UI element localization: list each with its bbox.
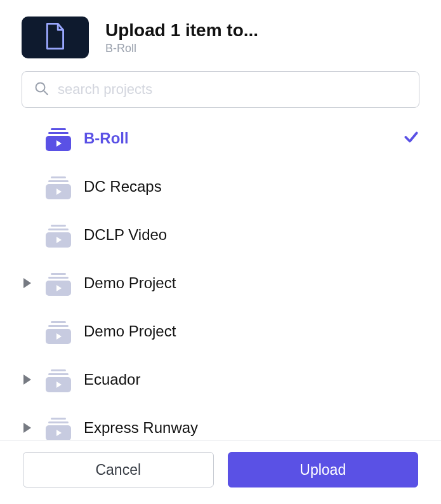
project-icon (46, 319, 71, 344)
project-row[interactable]: Demo Project (22, 259, 419, 307)
project-icon (46, 174, 71, 199)
dialog-header: Upload 1 item to... B-Roll (0, 0, 441, 71)
cancel-button[interactable]: Cancel (23, 452, 214, 487)
chevron-right-icon (23, 423, 31, 433)
project-row[interactable]: B-Roll (22, 114, 419, 162)
project-label: Demo Project (84, 322, 419, 340)
play-icon (56, 140, 62, 147)
search-box[interactable] (22, 71, 419, 108)
chevron-right-icon (23, 278, 31, 288)
project-label: B-Roll (84, 129, 390, 147)
dialog-footer: Cancel Upload (0, 440, 441, 504)
project-icon (46, 270, 71, 296)
project-label: DC Recaps (84, 178, 419, 196)
chevron-right-icon (23, 375, 31, 385)
expand-slot[interactable] (22, 375, 33, 385)
search-input[interactable] (58, 81, 407, 98)
upload-button[interactable]: Upload (228, 452, 419, 487)
dialog-title: Upload 1 item to... (105, 20, 419, 41)
play-icon (56, 430, 62, 436)
project-row[interactable]: Demo Project (22, 307, 419, 355)
header-text: Upload 1 item to... B-Roll (105, 20, 419, 56)
project-icon (46, 415, 71, 441)
project-label: DCLP Video (84, 226, 419, 244)
project-label: Ecuador (84, 371, 419, 388)
project-row[interactable]: DCLP Video (22, 211, 419, 259)
check-icon (403, 129, 419, 148)
expand-slot[interactable] (22, 278, 33, 288)
play-icon (56, 285, 62, 291)
project-row[interactable]: Ecuador (22, 355, 419, 404)
search-icon (34, 81, 49, 98)
project-icon (46, 222, 71, 248)
dialog-subtitle: B-Roll (105, 42, 419, 55)
play-icon (56, 381, 62, 388)
project-label: Demo Project (84, 274, 419, 292)
project-icon (46, 367, 71, 392)
search-wrap (0, 71, 441, 108)
expand-slot[interactable] (22, 423, 33, 433)
document-icon (44, 23, 66, 52)
project-tree: B-RollDC RecapsDCLP VideoDemo ProjectDem… (0, 108, 441, 452)
item-thumbnail (22, 17, 89, 58)
play-icon (56, 189, 62, 195)
project-label: Express Runway (84, 419, 419, 437)
play-icon (56, 237, 62, 243)
project-row[interactable]: DC Recaps (22, 162, 419, 211)
project-icon (46, 126, 71, 151)
svg-line-1 (44, 91, 48, 95)
play-icon (56, 333, 62, 340)
